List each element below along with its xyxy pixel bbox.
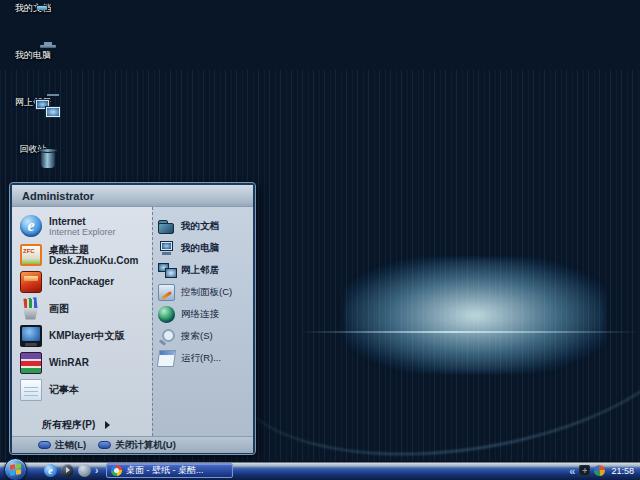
item-label: 我的电脑	[181, 242, 219, 255]
all-programs-label: 所有程序(P)	[42, 418, 95, 432]
start-button[interactable]	[4, 458, 27, 480]
start-menu-footer: 注销(L) 关闭计算机(U)	[12, 436, 253, 453]
item-label: 网络连接	[181, 308, 219, 321]
item-label: 控制面板(C)	[181, 286, 232, 299]
desktop-icon-label: 我的电脑	[4, 50, 62, 60]
start-menu-item-notepad[interactable]: 记事本	[12, 376, 152, 403]
desktop-icon-recycle-bin[interactable]: 回收站	[4, 144, 62, 188]
start-menu-item-my-documents[interactable]: 我的文档	[153, 215, 253, 237]
desktop: { "desktop": { "icons": [ { "label": "我的…	[0, 0, 640, 480]
taskbar-clock[interactable]: 21:58	[611, 466, 634, 476]
start-menu-item-paint[interactable]: 画图	[12, 295, 152, 322]
item-label: 我的文档	[181, 220, 219, 233]
wallpaper-lens-flare	[300, 331, 640, 333]
zhuoku-theme-icon	[20, 244, 42, 266]
start-menu-item-run[interactable]: 运行(R)...	[153, 347, 253, 369]
shut-down-icon	[98, 441, 111, 449]
item-subtitle: Internet Explorer	[49, 227, 116, 237]
item-title: 记事本	[49, 384, 79, 395]
item-label: 搜索(S)	[181, 330, 213, 343]
shut-down-label: 关闭计算机(U)	[115, 439, 176, 452]
start-menu-item-my-computer[interactable]: 我的电脑	[153, 237, 253, 259]
quick-launch-ie-icon[interactable]	[44, 464, 57, 477]
flag-quadrant	[16, 463, 21, 469]
windows-flag-icon	[10, 463, 21, 476]
winrar-icon	[20, 352, 42, 374]
log-off-button[interactable]: 注销(L)	[38, 439, 86, 452]
desktop-icon-label: 我的文档	[4, 3, 62, 13]
chevron-right-icon	[105, 421, 110, 429]
item-label: 网上邻居	[181, 264, 219, 277]
notepad-icon	[20, 379, 42, 401]
log-off-icon	[38, 441, 51, 449]
internet-explorer-icon	[20, 215, 42, 237]
start-menu-item-control-panel[interactable]: 控制面板(C)	[153, 281, 253, 303]
zhuoku-pinwheel-icon	[111, 465, 122, 476]
start-menu-item-kmplayer[interactable]: KMPlayer中文版	[12, 322, 152, 349]
taskbar-task-button[interactable]: 桌面 - 壁纸 - 桌酷...	[106, 463, 233, 478]
item-title: WinRAR	[49, 357, 89, 368]
start-menu-item-internet[interactable]: Internet Internet Explorer	[12, 211, 152, 241]
shut-down-button[interactable]: 关闭计算机(U)	[98, 439, 176, 452]
start-menu-item-network-places[interactable]: 网上邻居	[153, 259, 253, 281]
item-title: 画图	[49, 303, 69, 314]
start-menu-item-zhuoku-theme[interactable]: 桌酷主题Desk.ZhuoKu.Com	[12, 241, 152, 268]
taskbar: › 桌面 - 壁纸 - 桌酷... « 21:58	[0, 461, 640, 480]
start-menu: Administrator Internet Internet Explorer…	[10, 183, 255, 454]
my-computer-icon	[158, 240, 175, 257]
item-title: 桌酷主题Desk.ZhuoKu.Com	[49, 244, 152, 266]
tray-input-method-icon[interactable]	[579, 465, 590, 476]
wallpaper-swoosh-line	[216, 205, 640, 480]
task-button-label: 桌面 - 壁纸 - 桌酷...	[126, 464, 204, 477]
flag-quadrant	[10, 470, 15, 476]
search-icon	[158, 328, 175, 345]
start-menu-left-column: Internet Internet Explorer 桌酷主题Desk.Zhuo…	[12, 207, 152, 436]
start-menu-item-search[interactable]: 搜索(S)	[153, 325, 253, 347]
wallpaper-aurora-glow	[345, 258, 605, 373]
my-documents-icon	[158, 219, 175, 236]
tray-chevron-icon[interactable]: «	[569, 465, 575, 477]
start-menu-header: Administrator	[12, 185, 253, 207]
tray-app-icon[interactable]	[594, 465, 605, 476]
flag-quadrant	[10, 464, 15, 470]
desktop-icon-my-computer[interactable]: 我的电脑	[4, 50, 62, 94]
quick-launch-overflow-arrow[interactable]: ›	[95, 464, 98, 477]
quick-launch-bar: ›	[44, 464, 98, 477]
iconpackager-icon	[20, 271, 42, 293]
item-title: Internet	[49, 216, 116, 227]
start-menu-item-network-connections[interactable]: 网络连接	[153, 303, 253, 325]
quick-launch-mail-icon[interactable]	[78, 464, 91, 477]
item-label: 运行(R)...	[181, 352, 221, 365]
network-connections-icon	[158, 306, 175, 323]
start-menu-item-iconpackager[interactable]: IconPackager	[12, 268, 152, 295]
desktop-icon-list: 我的文档 我的电脑 网上邻居 回收站	[4, 2, 62, 191]
desktop-icon-network-places[interactable]: 网上邻居	[4, 97, 62, 141]
start-menu-spacer	[12, 403, 152, 414]
run-icon	[157, 350, 176, 367]
system-tray: « 21:58	[569, 461, 638, 480]
item-title: KMPlayer中文版	[49, 330, 125, 341]
start-menu-item-winrar[interactable]: WinRAR	[12, 349, 152, 376]
item-title: IconPackager	[49, 276, 114, 287]
flag-quadrant	[16, 469, 21, 475]
network-places-icon	[158, 262, 175, 279]
quick-launch-media-player-icon[interactable]	[61, 464, 74, 477]
desktop-icon-my-documents[interactable]: 我的文档	[4, 3, 62, 47]
start-menu-body: Internet Internet Explorer 桌酷主题Desk.Zhuo…	[12, 207, 253, 436]
kmplayer-icon	[20, 325, 42, 347]
paint-icon	[20, 298, 42, 320]
user-name: Administrator	[22, 190, 94, 202]
log-off-label: 注销(L)	[55, 439, 86, 452]
start-menu-right-column: 我的文档 我的电脑 网上邻居 控制面板(C) 网络连接 搜索(S)	[152, 207, 253, 436]
all-programs-button[interactable]: 所有程序(P)	[12, 414, 152, 436]
control-panel-icon	[158, 284, 175, 301]
